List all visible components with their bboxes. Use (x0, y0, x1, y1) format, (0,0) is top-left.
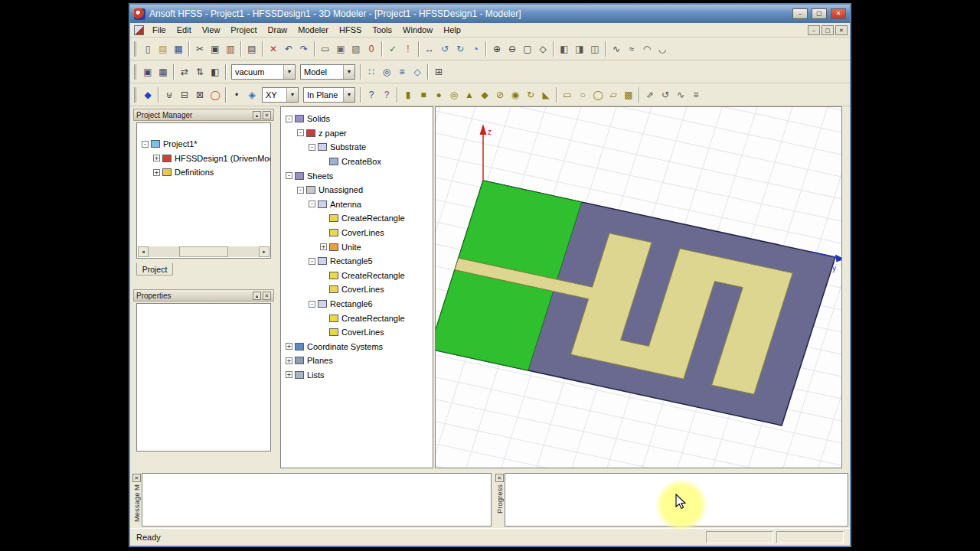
view-iso-button[interactable]: ◫ (587, 41, 603, 57)
tree-node-rectangle5[interactable]: - Rectangle5 (281, 254, 433, 269)
draw-arc-center-button[interactable]: ◠ (639, 41, 655, 57)
tree-expander[interactable]: + (286, 343, 292, 350)
menu-tools[interactable]: Tools (367, 24, 397, 36)
draw-plane-button[interactable]: ◈ (244, 87, 260, 103)
draw-ellipse-button[interactable]: ○ (575, 87, 590, 103)
tree-node-lists[interactable]: + Lists (281, 368, 433, 383)
measure-length-button[interactable]: ? (379, 87, 394, 103)
snap-center-button[interactable]: ◎ (379, 64, 394, 80)
menu-draw[interactable]: Draw (263, 24, 293, 36)
sweep-path-button[interactable]: ∿ (673, 87, 688, 103)
hfss-logo-icon[interactable]: ◆ (140, 87, 155, 103)
select-object-button[interactable]: ▭ (318, 41, 333, 57)
tree-expander[interactable]: + (153, 169, 160, 176)
tree-node-rect6-createrectangle[interactable]: CreateRectangle (281, 311, 433, 325)
select-face-button[interactable]: ▣ (333, 41, 348, 57)
thicken-sheet-button[interactable]: ≡ (688, 87, 704, 103)
draw-polyhedron-button[interactable]: ◣ (538, 87, 554, 103)
3d-modeler-viewport[interactable]: z y (435, 106, 842, 468)
open-region-button[interactable]: ◯ (207, 87, 223, 103)
chevron-down-icon[interactable]: ▼ (283, 65, 295, 79)
dynamic-zoom-button[interactable]: ◔ (468, 41, 483, 57)
collapse-icon[interactable]: ▴ (253, 111, 261, 119)
mdi-minimize-button[interactable]: – (808, 25, 820, 35)
sweep-axis-button[interactable]: ↺ (658, 87, 673, 103)
grid-display-button[interactable]: ▦ (155, 64, 171, 80)
menu-file[interactable]: File (147, 24, 172, 36)
tree-node-rectangle6[interactable]: - Rectangle6 (281, 297, 433, 311)
tree-expander[interactable]: + (153, 155, 160, 161)
tree-expander[interactable]: - (142, 141, 149, 148)
tree-expander[interactable]: - (309, 301, 315, 308)
paste-button[interactable]: ▥ (223, 41, 238, 57)
tree-expander[interactable]: - (286, 116, 292, 122)
cut-button[interactable]: ✂ (192, 41, 207, 57)
mdi-close-button[interactable]: ✕ (835, 25, 848, 35)
model-combo[interactable]: Model ▼ (300, 64, 355, 80)
chevron-down-icon[interactable]: ▼ (286, 88, 298, 102)
tab-project[interactable]: Project (136, 262, 173, 276)
mirror-button[interactable]: ◧ (207, 64, 223, 80)
tree-expander[interactable]: + (320, 243, 327, 250)
mdi-restore-button[interactable]: ▢ (822, 25, 834, 35)
snap-vertex-button[interactable]: ∷ (364, 64, 379, 80)
tree-node-unassigned[interactable]: - Unassigned (281, 183, 433, 197)
measure-position-button[interactable]: ? (364, 87, 379, 103)
menu-view[interactable]: View (197, 24, 226, 36)
analyze-button[interactable]: ! (400, 41, 416, 57)
draw-arc-3pt-button[interactable]: ◡ (655, 41, 670, 57)
maximize-button[interactable]: ▢ (812, 8, 827, 19)
zoom-out-button[interactable]: ⊖ (505, 41, 520, 57)
tree-node-planes[interactable]: + Planes (281, 354, 433, 368)
draw-helix-button[interactable]: ↻ (523, 87, 538, 103)
delete-button[interactable]: ✕ (266, 41, 281, 57)
draw-donut-button[interactable]: ◉ (508, 87, 523, 103)
menu-modeler[interactable]: Modeler (292, 24, 334, 36)
tree-node-rect5-coverlines[interactable]: CoverLines (281, 282, 433, 297)
copy-button[interactable]: ▣ (207, 41, 223, 57)
pan-button[interactable]: ↔ (422, 41, 437, 57)
close-icon[interactable]: ✕ (263, 292, 271, 300)
close-icon[interactable]: ✕ (132, 474, 141, 482)
tree-expander[interactable]: + (286, 371, 292, 378)
material-combo[interactable]: vacuum ▼ (231, 64, 296, 80)
tree-node-rect5-createrectangle[interactable]: CreateRectangle (281, 269, 433, 283)
tree-expander[interactable]: - (309, 201, 315, 207)
tree-node-antenna[interactable]: - Antenna (281, 197, 433, 212)
new-button[interactable]: ▯ (140, 41, 155, 57)
chevron-down-icon[interactable]: ▼ (343, 65, 354, 79)
draw-line-button[interactable]: ∿ (609, 41, 624, 57)
tree-expander[interactable]: - (309, 144, 315, 151)
draw-spline-button[interactable]: ≈ (624, 41, 639, 57)
draw-sphere-button[interactable]: ● (431, 87, 446, 103)
snap-settings-button[interactable]: ▣ (140, 64, 155, 80)
tree-expander[interactable]: - (297, 129, 304, 136)
zoom-in-button[interactable]: ⊕ (489, 41, 505, 57)
fit-all-button[interactable]: ◇ (535, 41, 550, 57)
horizontal-scrollbar[interactable]: ◂ ▸ (138, 246, 270, 257)
open-button[interactable]: ▤ (155, 41, 171, 57)
menu-project[interactable]: Project (225, 24, 262, 36)
tree-node-hfssdesign1[interactable]: + HFSSDesign1 (DrivenModal)* (137, 152, 270, 166)
grid-plane-button[interactable]: ⊞ (431, 64, 446, 80)
rotate-model-button[interactable]: ↺ (437, 41, 452, 57)
tree-node-createbox[interactable]: CreateBox (281, 155, 433, 169)
cs-plane-combo[interactable]: XY ▼ (262, 87, 299, 103)
duplicate-around-axis-button[interactable]: ⇅ (192, 64, 207, 80)
rotate-view-button[interactable]: ↻ (452, 41, 468, 57)
tree-node-rect6-coverlines[interactable]: CoverLines (281, 325, 433, 340)
tree-node-definitions[interactable]: + Definitions (137, 165, 270, 180)
menu-hfss[interactable]: HFSS (334, 24, 367, 36)
tree-expander[interactable]: - (309, 258, 315, 265)
draw-point-button[interactable]: • (229, 87, 244, 103)
draw-circle-button[interactable]: ◯ (590, 87, 606, 103)
mdi-child-icon[interactable] (134, 25, 144, 35)
project-manager-header[interactable]: Project Manager ▴ ✕ (133, 109, 274, 121)
properties-panel-body[interactable] (136, 303, 271, 452)
tree-node-unite[interactable]: + Unite (281, 240, 433, 254)
message-manager-content[interactable] (142, 473, 492, 527)
draw-cutplane-button[interactable]: ⊘ (492, 87, 508, 103)
undo-button[interactable]: ↶ (281, 41, 296, 57)
minimize-button[interactable]: – (792, 8, 808, 19)
save-button[interactable]: ▦ (171, 41, 186, 57)
